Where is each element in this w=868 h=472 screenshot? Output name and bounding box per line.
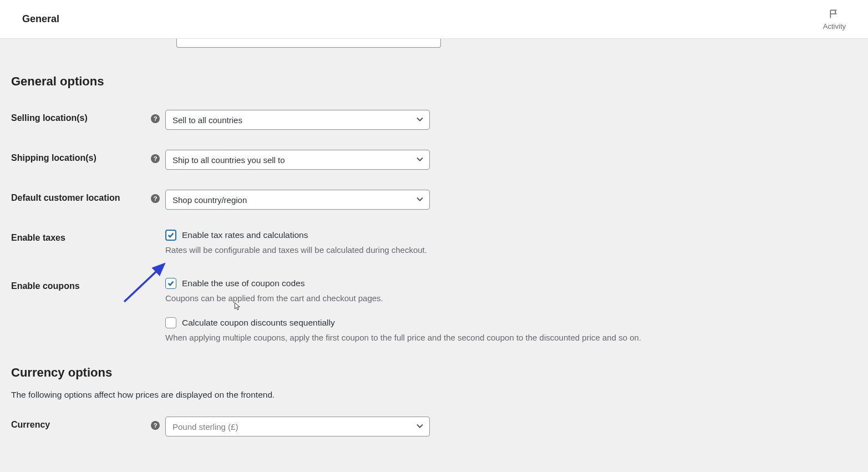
label-currency: Currency <box>11 417 151 430</box>
flag-icon <box>829 8 840 21</box>
select-value: Shop country/region <box>172 195 247 205</box>
checkbox-enable-coupons[interactable] <box>165 278 176 289</box>
label-enable-coupons: Enable coupons <box>11 278 151 291</box>
currency-options-desc: The following options affect how prices … <box>11 390 857 400</box>
svg-text:?: ? <box>154 115 158 122</box>
partial-input-bottom[interactable] <box>176 39 441 48</box>
select-value: Ship to all countries you sell to <box>172 155 285 165</box>
desc-enable-taxes: Rates will be configurable and taxes wil… <box>165 245 857 255</box>
row-currency: Currency ? Pound sterling (£) <box>11 417 857 437</box>
desc-enable-coupons: Coupons can be applied from the cart and… <box>165 293 857 303</box>
desc-sequential-coupons: When applying multiple coupons, apply th… <box>165 333 857 342</box>
row-default-customer-location: Default customer location ? Shop country… <box>11 190 857 210</box>
label-shipping-locations: Shipping location(s) <box>11 150 151 163</box>
help-icon[interactable]: ? <box>151 190 165 205</box>
settings-content: General options Selling location(s) ? Se… <box>0 39 868 459</box>
select-value: Sell to all countries <box>172 115 242 125</box>
help-icon[interactable]: ? <box>151 417 165 432</box>
label-enable-taxes: Enable taxes <box>11 230 151 243</box>
select-shipping-locations[interactable]: Ship to all countries you sell to <box>165 150 430 170</box>
select-value: Pound sterling (£) <box>172 422 238 432</box>
row-enable-taxes: Enable taxes Enable tax rates and calcul… <box>11 230 857 258</box>
svg-text:?: ? <box>154 422 158 429</box>
row-selling-locations: Selling location(s) ? Sell to all countr… <box>11 110 857 130</box>
checkbox-label-enable-coupons[interactable]: Enable the use of coupon codes <box>182 278 304 288</box>
svg-text:?: ? <box>154 155 158 162</box>
checkbox-label-sequential-coupons[interactable]: Calculate coupon discounts sequentially <box>182 318 335 328</box>
select-default-customer-location[interactable]: Shop country/region <box>165 190 430 210</box>
section-heading-currency: Currency options <box>11 366 857 380</box>
label-selling-locations: Selling location(s) <box>11 110 151 123</box>
select-currency[interactable]: Pound sterling (£) <box>165 417 430 437</box>
section-heading-general: General options <box>11 74 857 89</box>
checkbox-sequential-coupons[interactable] <box>165 317 176 328</box>
help-icon[interactable]: ? <box>151 110 165 125</box>
activity-button[interactable]: Activity <box>823 8 846 31</box>
page-title: General <box>22 13 59 25</box>
row-shipping-locations: Shipping location(s) ? Ship to all count… <box>11 150 857 170</box>
checkbox-enable-taxes[interactable] <box>165 230 176 241</box>
svg-text:?: ? <box>154 195 158 202</box>
topbar: General Activity <box>0 0 868 39</box>
help-icon[interactable]: ? <box>151 150 165 165</box>
row-enable-coupons: Enable coupons Enable the use of coupon … <box>11 278 857 346</box>
checkbox-label-enable-taxes[interactable]: Enable tax rates and calculations <box>182 230 308 240</box>
label-default-customer-location: Default customer location <box>11 190 151 203</box>
activity-label: Activity <box>823 22 846 31</box>
select-selling-locations[interactable]: Sell to all countries <box>165 110 430 130</box>
